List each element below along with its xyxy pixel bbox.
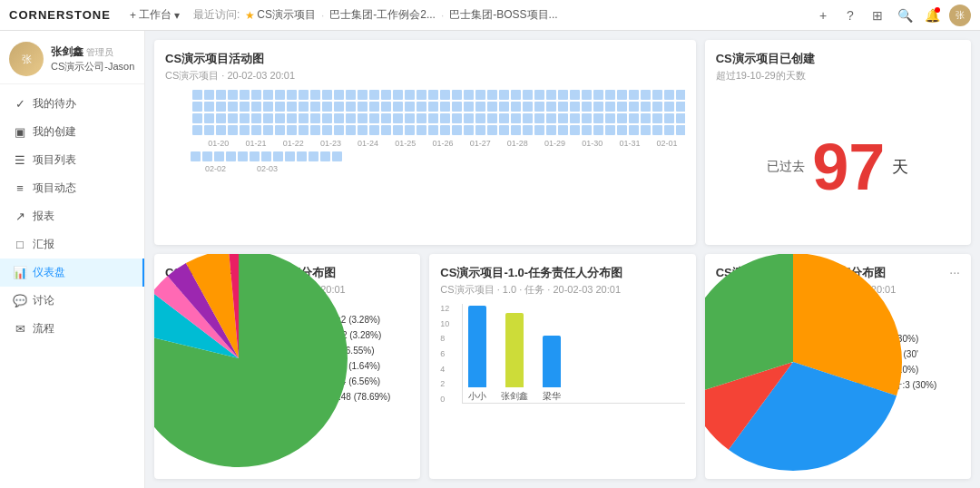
created-card: CS演示项目已创建 超过19-10-29的天数 已过去 97 天 [705,40,971,245]
days-counter-area: 已过去 97 天 [716,90,960,234]
bar-label-2: 张剑鑫 [501,390,528,403]
heatmap-row-1 [165,90,685,100]
activity-card: CS演示项目活动图 CS演示项目 · 20-02-03 20:01 [154,40,696,245]
sidebar-item-discuss[interactable]: 💬 讨论 [0,287,144,315]
sidebar-item-report[interactable]: ↗ 报表 [0,202,144,230]
sidebar-label-projects: 项目列表 [33,152,76,168]
activity-subtitle: CS演示项目 · 20-02-03 20:01 [165,69,685,83]
profile-name: 张剑鑫 管理员 [51,44,134,60]
sidebar-item-dashboard[interactable]: 📊 仪表盘 [0,259,144,287]
created-subtitle: 超过19-10-29的天数 [716,69,806,83]
sidebar-profile: 张 张剑鑫 管理员 CS演示公司-Jason [0,31,144,84]
recent-nav: 最近访问: ★ CS演示项目 · 巴士集团-工作例会2... · 巴士集团-BO… [193,7,804,23]
sidebar-label-created: 我的创建 [33,124,76,140]
svg-point-9 [739,307,848,416]
profile-info: 张剑鑫 管理员 CS演示公司-Jason [51,44,134,73]
profile-company: CS演示公司-Jason [51,60,134,73]
recent-item-3[interactable]: 巴士集团-BOSS项目... [449,7,557,23]
avatar[interactable]: 张 [949,5,971,26]
chevron-down-icon: ▾ [174,9,180,22]
task-assignee-card: CS演示项目-1.0-任务责任人分布图 CS演示项目 · 1.0 · 任务 · … [429,254,695,479]
recent-item-2[interactable]: 巴士集团-工作例会2... [329,7,436,23]
doc-icon: □ [13,238,27,251]
chat-icon: 💬 [13,294,27,307]
grid-button[interactable]: ⊞ [867,5,887,25]
sidebar-nav: ✓ 我的待办 ▣ 我的创建 ☰ 项目列表 ≡ 项目动态 ↗ 报表 □ 汇报 [0,84,144,348]
chart-icon: ↗ [13,210,27,223]
req-pie-wrapper: 实现:3 (30%) 实现中:3 (30' 拒绝:1 (10%) 产品审计:3 … [716,307,960,416]
heatmap-row-4 [165,125,685,135]
days-unit: 天 [892,156,908,178]
square-icon: ▣ [13,125,27,139]
sidebar-item-summary[interactable]: □ 汇报 [0,230,144,259]
list-icon: ☰ [13,153,27,167]
bar-col-3 [543,336,561,387]
check-icon: ✓ [13,97,27,111]
bar-label-1: 小小 [468,390,486,403]
sidebar-item-created[interactable]: ▣ 我的创建 [0,118,144,146]
bar-zhangjiaxin: 张剑鑫 [501,313,528,403]
bar-xiaoxiao: 小小 [468,306,486,403]
dashboard-icon: 📊 [13,266,27,279]
sidebar-label-process: 流程 [33,321,54,337]
layout: 张 张剑鑫 管理员 CS演示公司-Jason ✓ 我的待办 ▣ 我的创建 ☰ 项… [0,31,980,488]
bell-button[interactable]: 🔔 [922,5,942,25]
heatmap-row-2 [165,102,685,112]
main-content: CS演示项目活动图 CS演示项目 · 20-02-03 20:01 [145,31,980,488]
created-title: CS演示项目已创建 [716,51,815,67]
logo: CORNERSTONE [9,8,111,22]
activity-title: CS演示项目活动图 [165,51,685,67]
search-button[interactable]: 🔍 [895,5,915,25]
bar-label-3: 梁华 [543,390,561,403]
mail-icon: ✉ [13,322,27,336]
heatmap-row-3 [165,113,685,123]
profile-avatar: 张 [9,42,44,76]
add-button[interactable]: + [813,5,833,25]
recent-label: 最近访问: [193,7,240,23]
sidebar: 张 张剑鑫 管理员 CS演示公司-Jason ✓ 我的待办 ▣ 我的创建 ☰ 项… [0,31,145,488]
sidebar-label-todo: 我的待办 [33,96,76,112]
days-number: 97 [812,134,885,200]
workbench-button[interactable]: + 工作台 ▾ [125,5,184,24]
sidebar-item-process[interactable]: ✉ 流程 [0,315,144,343]
lines-icon: ≡ [13,181,27,195]
heatmap-container: 01-20 01-21 01-22 01-23 01-24 01-25 01-2… [165,90,685,173]
plus-icon: + [130,9,136,22]
recent-item-1[interactable]: ★ CS演示项目 [245,7,316,23]
sidebar-label-report: 报表 [33,209,54,224]
task-assignee-subtitle: CS演示项目 · 1.0 · 任务 · 20-02-03 20:01 [440,283,684,297]
bar-lianghua: 梁华 [543,336,561,403]
task-assignee-title: CS演示项目-1.0-任务责任人分布图 [440,265,684,281]
help-button[interactable]: ? [840,5,860,25]
sidebar-item-todo[interactable]: ✓ 我的待办 [0,90,144,118]
bar-col-1 [468,306,486,387]
task-status-card: CS演示项目-1.0-任务状态分布图 CS演示项目 · 1.0 · 任务 · 2… [154,254,420,479]
nav-right: + ? ⊞ 🔍 🔔 张 [813,5,971,26]
pie-wrapper: 进行中:2 (3.28%) #2阶段:2 (3.28%) 阶段-4: (6.55… [165,304,409,413]
sidebar-label-discuss: 讨论 [33,293,54,308]
sidebar-label-summary: 汇报 [33,237,54,252]
svg-point-5 [184,304,293,413]
sidebar-label-activity: 项目动态 [33,181,76,196]
req-status-card: CS演示项目-1.0-需求状态分布图 CS演示项目 · 1.0 · 需求 · 2… [705,254,971,479]
sidebar-label-dashboard: 仪表盘 [33,265,65,280]
passed-label: 已过去 [767,159,805,175]
req-status-pie [739,307,848,416]
sidebar-item-activity[interactable]: ≡ 项目动态 [0,174,144,202]
more-menu-button[interactable]: ··· [949,265,960,279]
sidebar-item-projects[interactable]: ☰ 项目列表 [0,146,144,174]
top-nav: CORNERSTONE + 工作台 ▾ 最近访问: ★ CS演示项目 · 巴士集… [0,0,980,31]
bar-col-2 [505,313,524,387]
task-status-pie [184,304,293,413]
star-icon: ★ [245,9,255,22]
